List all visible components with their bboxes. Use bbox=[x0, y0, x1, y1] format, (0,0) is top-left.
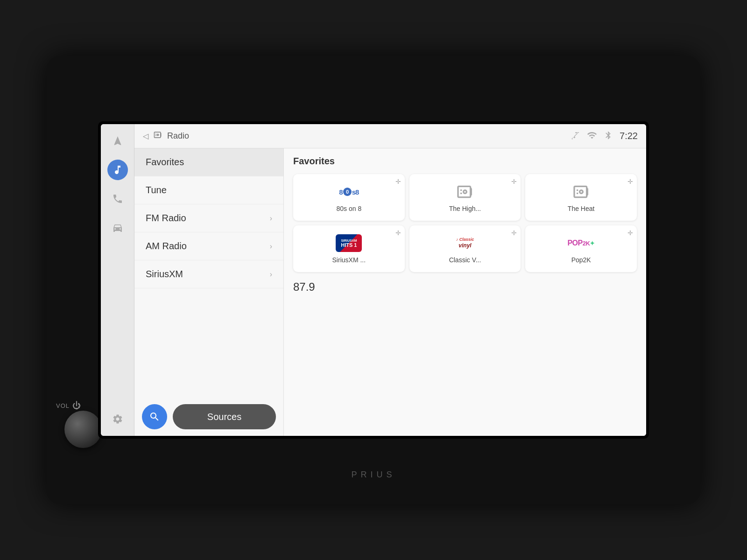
fav-card-80s-name: 80s on 8 bbox=[336, 205, 361, 212]
highway-logo bbox=[451, 182, 479, 201]
fav-card-sirius-name: SiriusXM ... bbox=[332, 256, 366, 264]
add-favorite-icon-4[interactable]: ✛ bbox=[395, 229, 401, 237]
favorites-grid: ✛ 80s8 80s on 8 ✛ bbox=[293, 174, 637, 272]
fav-card-siriusxm-hits1[interactable]: ✛ SIRIUSXM HITS 1 SiriusXM ... bbox=[293, 225, 405, 272]
fav-card-heat-name: The Heat bbox=[568, 205, 595, 212]
sidebar-menu: Favorites Tune FM Radio › AM Radio › bbox=[134, 148, 284, 436]
add-favorite-icon[interactable]: ✛ bbox=[395, 178, 401, 185]
fm-radio-chevron: › bbox=[270, 214, 272, 223]
nav-icon-car[interactable] bbox=[107, 217, 128, 238]
car-unit: VOL ⏻ bbox=[47, 56, 700, 504]
fav-card-highway-name: The High... bbox=[449, 205, 481, 212]
menu-item-am-radio[interactable]: AM Radio › bbox=[134, 232, 283, 260]
heat-logo bbox=[567, 182, 595, 201]
menu-item-favorites[interactable]: Favorites bbox=[134, 148, 283, 176]
radio-icon bbox=[153, 130, 162, 142]
nav-icon-navigation[interactable] bbox=[107, 131, 128, 151]
fav-card-the-highway[interactable]: ✛ The High... bbox=[409, 174, 521, 221]
fav-card-pop2k[interactable]: ✛ POP2K✦ Pop2K bbox=[525, 225, 637, 272]
80s-on-8-logo: 80s8 bbox=[335, 182, 363, 201]
menu-item-siriusxm[interactable]: SiriusXM › bbox=[134, 260, 283, 288]
main-content: ◁ Radio bbox=[134, 124, 646, 436]
sources-button[interactable]: Sources bbox=[173, 404, 276, 429]
fav-card-the-heat[interactable]: ✛ The Heat bbox=[525, 174, 637, 221]
header-left: ◁ Radio bbox=[143, 130, 189, 142]
screen: ◁ Radio bbox=[101, 124, 646, 436]
right-content: Favorites ✛ 80s8 80s on 8 bbox=[284, 148, 646, 436]
wifi-icon bbox=[587, 130, 597, 142]
back-icon[interactable]: ◁ bbox=[143, 132, 148, 140]
clock-display: 7:22 bbox=[620, 131, 638, 141]
vol-label: VOL ⏻ bbox=[56, 401, 81, 411]
fav-card-80s-on-8[interactable]: ✛ 80s8 80s on 8 bbox=[293, 174, 405, 221]
search-button[interactable] bbox=[142, 404, 167, 429]
nav-bar bbox=[101, 124, 134, 436]
no-signal-icon bbox=[570, 130, 580, 142]
add-favorite-icon-3[interactable]: ✛ bbox=[627, 178, 633, 185]
header-title: Radio bbox=[167, 131, 189, 141]
nav-icon-settings[interactable] bbox=[107, 409, 128, 429]
pop2k-logo: POP2K✦ bbox=[567, 234, 595, 252]
add-favorite-icon-2[interactable]: ✛ bbox=[511, 178, 517, 185]
sirius-hits1-logo: SIRIUSXM HITS 1 bbox=[335, 234, 363, 252]
add-favorite-icon-6[interactable]: ✛ bbox=[627, 229, 633, 237]
siriusxm-chevron: › bbox=[270, 270, 272, 279]
sidebar-bottom: Sources bbox=[134, 398, 283, 436]
nav-icon-phone[interactable] bbox=[107, 189, 128, 209]
am-radio-chevron: › bbox=[270, 242, 272, 251]
body-area: Favorites Tune FM Radio › AM Radio › bbox=[134, 148, 646, 436]
bluetooth-icon bbox=[604, 131, 613, 142]
menu-item-fm-radio[interactable]: FM Radio › bbox=[134, 204, 283, 232]
add-favorite-icon-5[interactable]: ✛ bbox=[511, 229, 517, 237]
fav-card-classic-name: Classic V... bbox=[449, 256, 481, 264]
favorites-title: Favorites bbox=[293, 156, 637, 167]
menu-item-tune[interactable]: Tune bbox=[134, 176, 283, 204]
header: ◁ Radio bbox=[134, 124, 646, 148]
volume-knob[interactable] bbox=[64, 411, 102, 448]
prius-label: PRIUS bbox=[351, 470, 395, 480]
classic-vinyl-logo: ♪ Classic vinyl bbox=[451, 234, 479, 252]
nav-icon-music[interactable] bbox=[107, 160, 128, 180]
header-right: 7:22 bbox=[570, 130, 638, 142]
fav-card-classic-vinyl[interactable]: ✛ ♪ Classic vinyl Classic V... bbox=[409, 225, 521, 272]
fav-card-pop2k-name: Pop2K bbox=[571, 256, 591, 264]
current-frequency: 87.9 bbox=[293, 278, 637, 296]
screen-outer: ◁ Radio bbox=[98, 121, 649, 439]
